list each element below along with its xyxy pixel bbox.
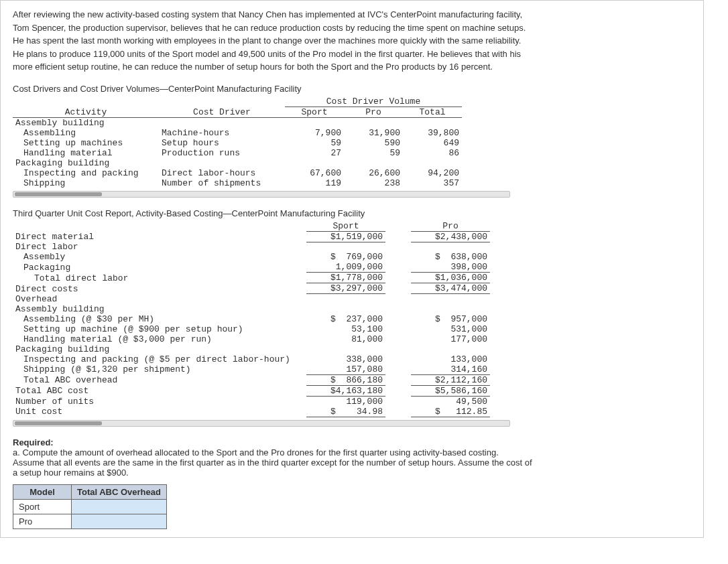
col-activity: Activity xyxy=(13,107,159,117)
section-title-unit-cost: Third Quarter Unit Cost Report, Activity… xyxy=(13,208,691,218)
col-sport: Sport xyxy=(306,221,385,232)
section-title-cost-drivers: Cost Drivers and Cost Driver Volumes—Cen… xyxy=(13,84,691,94)
horizontal-scrollbar[interactable] xyxy=(13,420,510,427)
col-model: Model xyxy=(13,484,72,499)
horizontal-scrollbar[interactable] xyxy=(13,191,510,198)
col-total: Total xyxy=(403,107,462,117)
col-pro: Pro xyxy=(411,221,490,232)
required-heading: Required: xyxy=(13,437,691,447)
row-pro: Pro xyxy=(13,514,72,528)
table-row: Inspecting and packing Direct labor-hour… xyxy=(13,168,462,178)
intro-line: After reviewing the new activity-based c… xyxy=(13,9,691,21)
sport-overhead-input[interactable] xyxy=(72,499,167,514)
table-row: Handling material Production runs 27 59 … xyxy=(13,148,462,158)
col-driver: Cost Driver xyxy=(159,107,285,117)
group-label: Packaging building xyxy=(13,158,159,168)
cost-drivers-table: Cost Driver Volume Activity Cost Driver … xyxy=(13,96,462,188)
intro-line: He has spent the last month working with… xyxy=(13,35,691,47)
intro-line: more efficient setup routine, he can red… xyxy=(13,61,691,73)
intro-text: After reviewing the new activity-based c… xyxy=(13,9,691,73)
col-sport: Sport xyxy=(285,107,344,117)
table-row: Assembling Machine-hours 7,900 31,900 39… xyxy=(13,128,462,138)
intro-line: Tom Spencer, the production supervisor, … xyxy=(13,22,691,34)
unit-cost-table: Sport Pro Direct material$1,519,000$2,43… xyxy=(13,221,490,417)
table-row: Shipping Number of shipments 119 238 357 xyxy=(13,178,462,188)
group-label: Assembly building xyxy=(13,117,159,128)
intro-line: He plans to produce 119,000 units of the… xyxy=(13,48,691,60)
table-row: Setting up machines Setup hours 59 590 6… xyxy=(13,138,462,148)
row-sport: Sport xyxy=(13,499,72,514)
pro-overhead-input[interactable] xyxy=(72,514,167,528)
col-pro: Pro xyxy=(344,107,403,117)
col-overhead: Total ABC Overhead xyxy=(72,484,167,499)
required-text: a. Compute the amount of overhead alloca… xyxy=(13,447,691,478)
answer-table: Model Total ABC Overhead Sport Pro xyxy=(13,484,167,529)
super-header: Cost Driver Volume xyxy=(285,96,462,107)
